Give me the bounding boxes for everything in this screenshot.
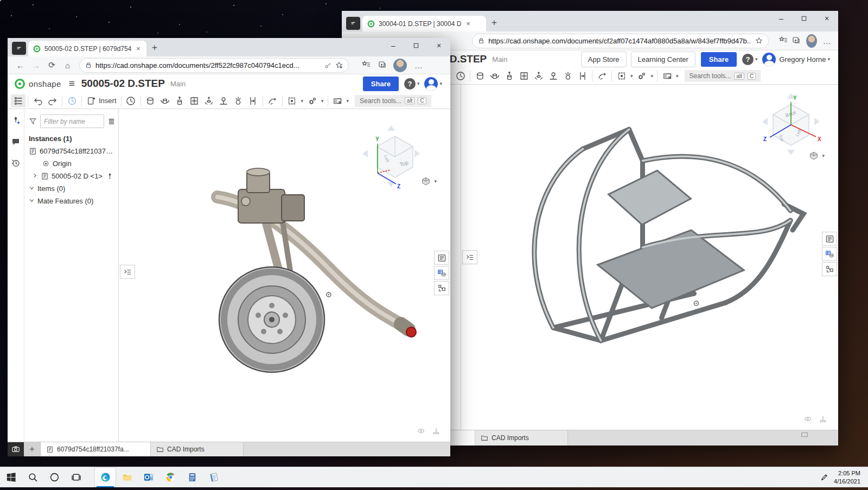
maximize-button[interactable] (793, 11, 815, 26)
browser-window-front[interactable]: 50005-02 D.STEP | 6079d754c18 × + – × ← … (8, 38, 450, 455)
workspace-name[interactable]: Main (170, 80, 186, 88)
model-canvas[interactable]: Top Left Y Z ▾ (119, 109, 450, 442)
cad-imports-tab[interactable]: CAD Imports (151, 442, 244, 456)
help-icon[interactable]: ? (742, 54, 754, 65)
taskbar-edge-icon[interactable] (94, 467, 116, 487)
appearance-icon[interactable] (803, 415, 812, 425)
url-text[interactable]: https://cad.onshape.com/documents/cf2aff… (488, 37, 751, 45)
browser-menu-icon[interactable]: … (821, 36, 833, 46)
mate-connector-add-icon[interactable] (11, 116, 21, 128)
cylindrical-mate-icon[interactable] (531, 69, 546, 82)
close-window-button[interactable]: × (815, 11, 838, 26)
ball-mate-icon[interactable] (231, 94, 246, 107)
model-canvas[interactable]: Back Top Left Y Z X ▾ (461, 85, 838, 430)
share-button[interactable]: Share (701, 52, 737, 67)
tab-actions-icon[interactable] (346, 17, 360, 30)
minimize-button[interactable]: – (382, 38, 405, 53)
sync-icon[interactable] (65, 94, 79, 107)
revolute-mate-icon[interactable] (158, 94, 173, 107)
rollback-clock-icon[interactable] (453, 69, 468, 82)
password-key-icon[interactable] (324, 62, 331, 69)
filter-input[interactable] (40, 114, 104, 128)
collapse-chevron-icon[interactable] (29, 184, 35, 193)
planar-mate-icon[interactable] (187, 94, 202, 107)
history-icon[interactable] (11, 158, 21, 170)
app-store-button[interactable]: App Store (581, 52, 627, 67)
forward-icon[interactable]: → (29, 61, 43, 70)
close-window-button[interactable]: × (427, 38, 450, 53)
panel-collapse-toggle[interactable] (462, 250, 477, 264)
collections-icon[interactable] (374, 60, 389, 71)
favorite-star-icon[interactable] (755, 37, 763, 44)
redo-icon[interactable] (45, 94, 60, 107)
view-cube[interactable]: Back Top Left Y Z X (759, 91, 823, 157)
fastened-mate-icon[interactable] (143, 94, 158, 107)
view-cube-menu[interactable]: ▾ (421, 176, 438, 186)
tree-row-origin[interactable]: Origin (24, 157, 118, 170)
list-options-icon[interactable] (107, 117, 116, 125)
browser-profile-avatar[interactable] (806, 34, 817, 48)
section-view-icon[interactable] (660, 69, 674, 82)
search-tools[interactable]: Search tools... alt C (685, 70, 761, 82)
search-icon[interactable] (22, 467, 43, 487)
comments-icon[interactable] (11, 137, 21, 149)
favorite-star-icon[interactable] (335, 61, 343, 69)
new-tab-icon[interactable]: + (492, 17, 497, 28)
settings-gears-icon[interactable] (635, 69, 649, 82)
settings-chevron-icon[interactable]: ▾ (651, 73, 654, 79)
parallel-mate-icon[interactable] (575, 69, 590, 82)
user-name[interactable]: Gregory Horne (779, 55, 826, 63)
pin-slot-mate-icon[interactable] (216, 94, 231, 107)
cad-imports-tab[interactable]: CAD Imports (475, 430, 568, 446)
named-views-chevron-icon[interactable]: ▾ (301, 98, 304, 104)
named-views-chevron-icon[interactable]: ▾ (630, 73, 633, 79)
pen-tray-icon[interactable] (820, 473, 828, 481)
named-views-icon[interactable] (285, 94, 299, 107)
bom-table-toggle[interactable] (822, 247, 837, 261)
section-chevron-icon[interactable]: ▾ (676, 73, 679, 79)
cylindrical-mate-icon[interactable] (202, 94, 216, 107)
insert-button[interactable]: Insert (84, 96, 119, 106)
search-tools[interactable]: Search tools... alt C (355, 95, 431, 107)
address-bar[interactable]: https://cad.onshape.com/documents/2ff522… (79, 58, 349, 73)
ball-mate-icon[interactable] (560, 69, 575, 82)
collections-icon[interactable] (790, 36, 802, 46)
revolute-mate-icon[interactable] (487, 69, 502, 82)
browser-menu-icon[interactable]: … (411, 61, 426, 70)
settings-chevron-icon[interactable]: ▾ (321, 98, 324, 104)
help-chevron-icon[interactable]: ▾ (417, 81, 420, 86)
tab-actions-icon[interactable] (12, 42, 26, 55)
parallel-mate-icon[interactable] (246, 94, 260, 107)
url-text[interactable]: https://cad.onshape.com/documents/2ff522… (95, 61, 299, 69)
camera-icon[interactable] (8, 442, 24, 456)
cortana-icon[interactable] (43, 467, 65, 487)
close-tab-icon[interactable]: × (136, 44, 141, 53)
browser-profile-avatar[interactable] (393, 59, 407, 72)
slider-mate-icon[interactable] (502, 69, 516, 82)
favorites-bar-icon[interactable] (359, 60, 373, 71)
pin-slot-mate-icon[interactable] (546, 69, 560, 82)
exploded-view-toggle[interactable] (434, 281, 449, 295)
maximize-button[interactable] (405, 38, 427, 53)
favorites-bar-icon[interactable] (777, 36, 789, 46)
exploded-view-toggle[interactable] (822, 262, 837, 276)
minimize-button[interactable]: – (770, 11, 793, 26)
start-button[interactable] (0, 467, 22, 487)
settings-gears-icon[interactable] (305, 94, 320, 107)
user-menu-chevron-icon[interactable]: ▾ (827, 56, 830, 62)
measure-icon[interactable] (819, 415, 827, 425)
new-element-tab-button[interactable]: + (24, 442, 41, 456)
mate-connector-icon[interactable] (106, 172, 114, 180)
user-avatar[interactable] (762, 53, 776, 66)
user-menu-chevron-icon[interactable]: ▾ (439, 81, 442, 86)
reload-icon[interactable]: ⟳ (44, 60, 59, 70)
taskbar-outlook-icon[interactable] (138, 467, 159, 487)
share-button[interactable]: Share (363, 77, 399, 91)
close-tab-icon[interactable]: × (466, 20, 470, 28)
expand-chevron-icon[interactable] (32, 172, 38, 180)
browser-tab[interactable]: 50005-02 D.STEP | 6079d754c18 × (28, 41, 146, 56)
taskbar-clock[interactable]: 2:05 PM 4/16/2021 (834, 469, 860, 486)
rotate-tool-icon[interactable] (595, 69, 609, 82)
hamburger-menu-icon[interactable]: ≡ (69, 78, 75, 90)
browser-tab[interactable]: 30004-01 D.STEP | 30004 D × (362, 16, 486, 31)
